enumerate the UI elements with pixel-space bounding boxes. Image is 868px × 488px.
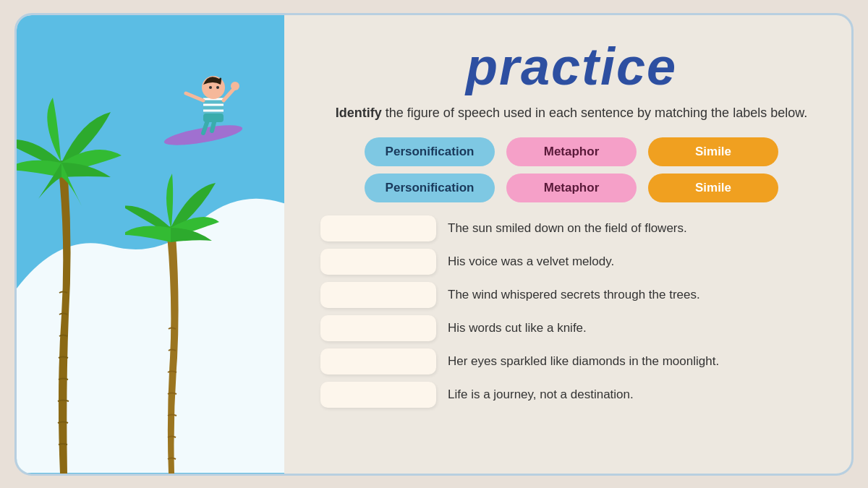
page-title: practice — [466, 37, 677, 96]
svg-point-15 — [216, 86, 219, 89]
surfer-illustration — [154, 35, 255, 151]
sentence-row-2: His voice was a velvet melody. — [320, 249, 822, 275]
palm-tree-left — [17, 98, 125, 474]
sentence-text-3: The wind whispered secrets through the t… — [448, 288, 700, 302]
metaphor-label-2[interactable]: Metaphor — [506, 174, 637, 202]
answer-box-2[interactable] — [320, 249, 436, 275]
sentence-text-6: Life is a journey, not a destination. — [448, 388, 634, 402]
sentence-row-3: The wind whispered secrets through the t… — [320, 282, 822, 308]
instruction-text: Identify the figure of speech used in ea… — [336, 103, 807, 123]
answer-box-4[interactable] — [320, 315, 436, 341]
sentences-section: The sun smiled down on the field of flow… — [320, 215, 822, 408]
sentence-text-4: His words cut like a knife. — [448, 321, 587, 335]
sentence-row-4: His words cut like a knife. — [320, 315, 822, 341]
main-card: practice Identify the figure of speech u… — [14, 13, 854, 476]
answer-box-3[interactable] — [320, 282, 436, 308]
svg-point-14 — [209, 86, 212, 89]
simile-label-1[interactable]: Simile — [648, 137, 778, 166]
instruction-bold: Identify — [336, 106, 382, 120]
personification-label-2[interactable]: Personification — [365, 174, 495, 202]
labels-section: Personification Metaphor Simile Personif… — [320, 137, 822, 202]
illustration-panel — [17, 15, 284, 474]
answer-box-5[interactable] — [320, 348, 436, 374]
sentence-row-6: Life is a journey, not a destination. — [320, 382, 822, 408]
svg-line-10 — [186, 93, 203, 100]
sentence-row-5: Her eyes sparkled like diamonds in the m… — [320, 348, 822, 374]
instruction-rest: the figure of speech used in each senten… — [382, 106, 807, 120]
palm-tree-right — [125, 170, 226, 474]
sentence-text-5: Her eyes sparkled like diamonds in the m… — [448, 354, 719, 369]
svg-rect-9 — [203, 114, 224, 122]
metaphor-label-1[interactable]: Metaphor — [506, 137, 637, 166]
sentence-row-1: The sun smiled down on the field of flow… — [320, 215, 822, 241]
labels-row-1: Personification Metaphor Simile — [320, 137, 822, 166]
personification-label-1[interactable]: Personification — [365, 137, 495, 166]
answer-box-6[interactable] — [320, 382, 436, 408]
svg-point-12 — [231, 82, 239, 90]
simile-label-2[interactable]: Simile — [648, 174, 778, 202]
labels-row-2: Personification Metaphor Simile — [320, 174, 822, 202]
sentence-text-1: The sun smiled down on the field of flow… — [448, 221, 687, 236]
sentence-text-2: His voice was a velvet melody. — [448, 254, 614, 269]
answer-box-1[interactable] — [320, 215, 436, 241]
content-panel: practice Identify the figure of speech u… — [284, 15, 851, 474]
